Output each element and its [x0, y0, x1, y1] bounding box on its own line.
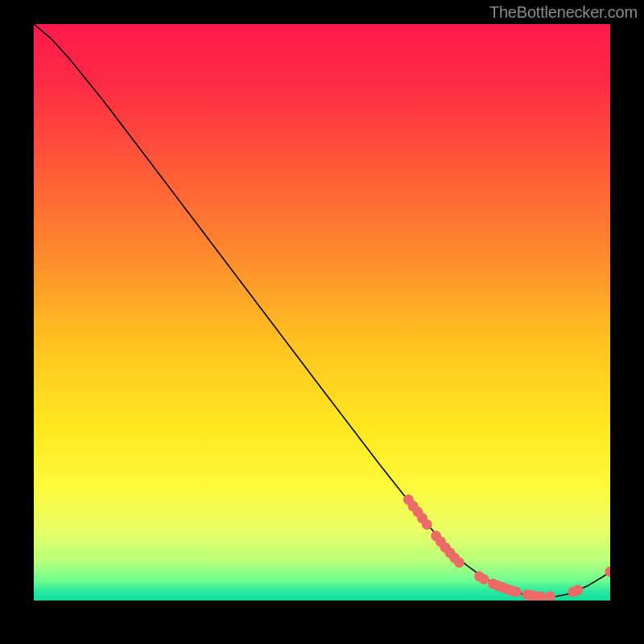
chart-svg [34, 24, 610, 601]
data-marker [511, 587, 522, 597]
chart-background [34, 24, 610, 601]
data-marker [572, 585, 583, 596]
data-marker [454, 557, 464, 568]
data-marker [422, 519, 432, 530]
data-marker [479, 574, 489, 584]
watermark-text: TheBottleneсker.com [489, 3, 638, 22]
chart-container [34, 24, 610, 601]
